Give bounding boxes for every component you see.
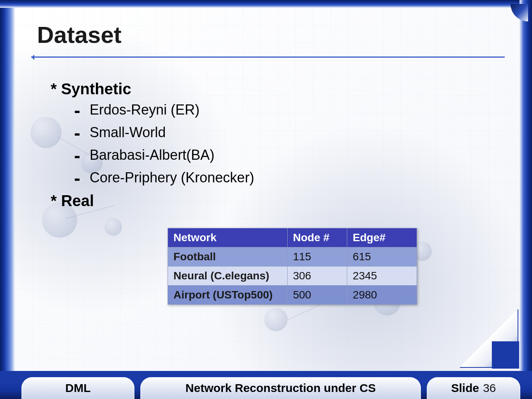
- slide-body: * Synthetic -Erdos-Reyni (ER) -Small-Wor…: [51, 78, 501, 214]
- frame-right: [520, 0, 532, 399]
- footer-mid-label: Network Reconstruction under CS: [186, 381, 376, 395]
- cell: 2980: [347, 286, 417, 305]
- footer-left-label: DML: [65, 381, 91, 395]
- decor-node: [264, 308, 288, 331]
- th-node: Node #: [287, 228, 347, 247]
- subbullet-text: Core-Priphery (Kronecker): [90, 169, 254, 185]
- subbullet: -Core-Priphery (Kronecker): [74, 169, 501, 186]
- subbullet-text: Barabasi-Albert(BA): [90, 147, 214, 163]
- cell: 500: [287, 286, 347, 305]
- cell: 115: [287, 247, 347, 267]
- footer: DML Network Reconstruction under CS Slid…: [0, 371, 532, 399]
- table-row: Airport (USTop500) 500 2980: [168, 286, 417, 305]
- subbullet-text: Small-World: [90, 124, 166, 140]
- cell: Neural (C.elegans): [168, 267, 288, 286]
- footer-right-label: Slide: [451, 381, 479, 395]
- table-header-row: Network Node # Edge#: [168, 228, 417, 247]
- footer-tab-right: Slide 36: [427, 377, 520, 399]
- real-networks-table-wrap: Network Node # Edge# Football 115 615 Ne…: [168, 228, 417, 305]
- subbullet: -Barabasi-Albert(BA): [74, 147, 501, 163]
- footer-tab-left: DML: [21, 377, 134, 399]
- slide: Dataset * Synthetic -Erdos-Reyni (ER) -S…: [0, 0, 532, 399]
- table-row: Neural (C.elegans) 306 2345: [168, 267, 417, 286]
- th-network: Network: [168, 228, 288, 247]
- slide-title: Dataset: [37, 21, 122, 48]
- footer-tab-mid: Network Reconstruction under CS: [140, 377, 421, 399]
- bullet-real: * Real: [51, 192, 501, 210]
- subbullet-text: Erdos-Reyni (ER): [90, 102, 200, 118]
- frame-left: [0, 0, 15, 399]
- cell: 306: [287, 267, 347, 286]
- subbullet: -Erdos-Reyni (ER): [74, 102, 501, 118]
- title-rule: [31, 56, 505, 58]
- subbullet: -Small-World: [74, 124, 501, 141]
- frame-top: [0, 0, 532, 8]
- slide-number: 36: [483, 381, 496, 395]
- page-fold-icon: [460, 309, 518, 368]
- cell: Football: [168, 247, 288, 267]
- cell: 2345: [347, 267, 417, 286]
- cell: Airport (USTop500): [168, 286, 288, 305]
- cell: 615: [347, 247, 417, 267]
- table-row: Football 115 615: [168, 247, 417, 267]
- th-edge: Edge#: [347, 228, 417, 247]
- bullet-synthetic: * Synthetic: [51, 80, 501, 98]
- real-networks-table: Network Node # Edge# Football 115 615 Ne…: [168, 228, 417, 305]
- decor-node: [104, 218, 122, 236]
